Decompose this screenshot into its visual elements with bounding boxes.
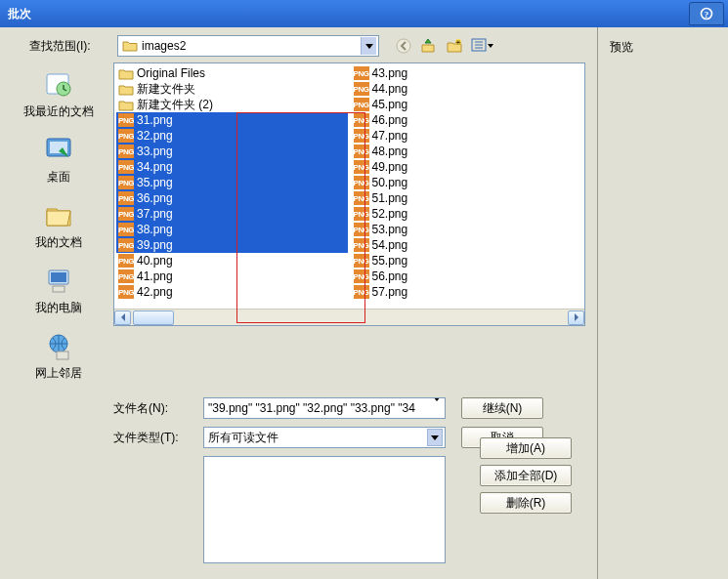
file-row[interactable]: PNG42.png [116,284,348,300]
places-sidebar: 我最近的文档桌面我的文档我的电脑网上邻居 [12,62,106,388]
folder-row[interactable]: 新建文件夹 (2) [116,97,348,112]
filetype-select[interactable]: 所有可读文件 [203,427,446,448]
folder-row[interactable]: Original Files [116,65,348,81]
file-row[interactable]: PNG44.png [352,81,583,97]
file-name: 46.png [372,113,408,127]
file-row[interactable]: PNG35.png [116,175,348,190]
file-row[interactable]: PNG32.png [116,128,348,144]
file-row[interactable]: PNG39.png [116,237,348,253]
file-name: 33.png [137,145,173,158]
folder-name: Original Files [137,66,205,80]
file-name: 39.png [137,238,173,252]
file-row[interactable]: PNG43.png [352,65,583,81]
back-icon[interactable] [395,37,412,55]
file-listing[interactable]: Original Files新建文件夹新建文件夹 (2)PNG31.pngPNG… [113,62,585,326]
png-icon: PNG [118,191,134,205]
sidebar-item-recent[interactable]: 我最近的文档 [12,62,106,126]
file-row[interactable]: PNG33.png [116,144,348,159]
file-name: 54.png [372,238,408,252]
lookin-select[interactable]: images2 [117,35,379,57]
up-icon[interactable] [420,37,438,55]
png-icon: PNG [118,129,134,143]
file-row[interactable]: PNG56.png [352,269,583,284]
folder-icon [118,98,134,111]
sidebar-item-desktop[interactable]: 桌面 [12,128,106,191]
add-all-button[interactable]: 添加全部(D) [480,465,572,486]
file-name: 34.png [137,160,173,174]
png-icon: PNG [354,82,369,96]
png-icon: PNG [354,129,369,143]
filename-label: 文件名(N): [113,400,203,417]
svg-rect-17 [57,352,68,359]
continue-button[interactable]: 继续(N) [461,397,543,419]
file-row[interactable]: PNG55.png [352,253,583,269]
sidebar-item-computer[interactable]: 我的电脑 [12,259,106,322]
file-name: 43.png [372,66,408,80]
file-name: 45.png [372,98,408,111]
scroll-right-icon[interactable] [568,310,584,325]
png-icon: PNG [118,145,134,158]
folder-name: 新建文件夹 (2) [137,97,213,113]
sidebar-item-label: 桌面 [47,169,70,186]
file-row[interactable]: PNG38.png [116,222,348,237]
file-name: 41.png [137,269,173,283]
file-name: 40.png [137,254,173,268]
sidebar-item-label: 我的电脑 [35,300,82,316]
file-name: 42.png [137,285,173,299]
file-name: 37.png [137,207,173,221]
png-icon: PNG [118,223,134,236]
file-row[interactable]: PNG31.png [116,112,348,128]
sidebar-item-label: 网上邻居 [35,365,82,382]
file-row[interactable]: PNG34.png [116,159,348,175]
svg-point-2 [397,39,410,53]
recent-icon [41,66,76,102]
desktop-icon [41,132,76,167]
filetype-dropdown-icon[interactable] [427,429,443,446]
sidebar-item-network[interactable]: 网上邻居 [12,324,106,388]
file-row[interactable]: PNG54.png [352,237,583,253]
preview-pane: 预览 [598,27,728,579]
new-folder-icon[interactable]: ✳ [446,37,463,55]
file-row[interactable]: PNG40.png [116,253,348,269]
file-name: 50.png [372,176,408,189]
dropdown-icon[interactable] [361,37,376,55]
scroll-left-icon[interactable] [114,310,131,325]
file-name: 36.png [137,191,173,205]
file-row[interactable]: PNG46.png [352,112,583,128]
file-name: 38.png [137,223,173,236]
file-row[interactable]: PNG36.png [116,190,348,206]
file-row[interactable]: PNG41.png [116,269,348,284]
add-list[interactable] [203,456,446,563]
scroll-thumb[interactable] [133,310,174,325]
filename-input[interactable]: "39.png" "31.png" "32.png" "33.png" "34 [203,397,446,419]
svg-rect-15 [53,286,64,292]
folder-icon [118,82,134,96]
file-row[interactable]: PNG50.png [352,175,583,190]
horizontal-scrollbar[interactable] [114,309,584,325]
folder-row[interactable]: 新建文件夹 [116,81,348,97]
file-row[interactable]: PNG48.png [352,144,583,159]
remove-button[interactable]: 删除(R) [480,492,572,514]
filetype-label: 文件类型(T): [113,430,203,446]
file-name: 31.png [137,113,173,127]
filename-dropdown-icon[interactable] [433,401,441,415]
png-icon: PNG [354,113,369,127]
png-icon: PNG [354,223,369,236]
help-button[interactable]: ? [689,2,724,25]
file-row[interactable]: PNG51.png [352,190,583,206]
add-button[interactable]: 增加(A) [480,437,572,459]
file-row[interactable]: PNG53.png [352,222,583,237]
png-icon: PNG [354,269,369,283]
file-name: 53.png [372,223,408,236]
sidebar-item-mydocs[interactable]: 我的文档 [12,193,106,257]
png-icon: PNG [354,176,369,189]
file-row[interactable]: PNG57.png [352,284,583,300]
file-name: 48.png [372,145,408,158]
view-menu-icon[interactable] [471,37,494,55]
file-name: 55.png [372,254,408,268]
file-row[interactable]: PNG52.png [352,206,583,222]
file-row[interactable]: PNG45.png [352,97,583,112]
file-row[interactable]: PNG47.png [352,128,583,144]
file-row[interactable]: PNG49.png [352,159,583,175]
file-row[interactable]: PNG37.png [116,206,348,222]
